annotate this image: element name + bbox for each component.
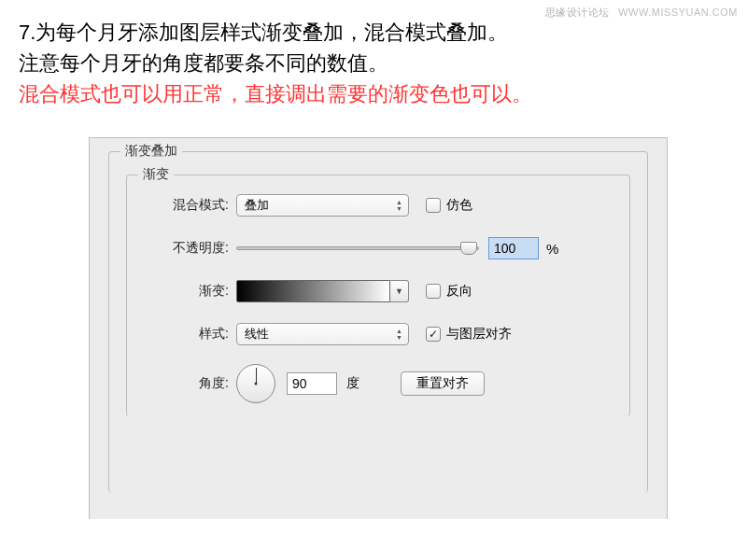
percent-label: % xyxy=(546,241,558,257)
reverse-label: 反向 xyxy=(446,283,472,300)
style-label: 样式: xyxy=(140,326,229,343)
row-gradient: 渐变: ▼ 反向 xyxy=(140,278,616,304)
opacity-label: 不透明度: xyxy=(140,240,229,257)
align-label: 与图层对齐 xyxy=(446,326,512,343)
row-blend-mode: 混合模式: 叠加 ▲▼ 仿色 xyxy=(140,192,616,218)
watermark-url: WWW.MISSYUAN.COM xyxy=(618,7,738,18)
dither-checkbox[interactable]: 仿色 xyxy=(426,197,472,214)
reverse-checkbox[interactable]: 反向 xyxy=(426,283,472,300)
group-title: 渐变 xyxy=(138,166,174,183)
style-value: 线性 xyxy=(245,326,269,343)
row-angle: 角度: 度 重置对齐 xyxy=(140,364,616,403)
watermark-cn: 思缘设计论坛 xyxy=(545,7,610,18)
opacity-slider[interactable] xyxy=(236,239,479,258)
dither-label: 仿色 xyxy=(446,197,472,214)
instruction-line-1: 7.为每个月牙添加图层样式渐变叠加，混合模式叠加。 xyxy=(19,17,728,48)
section-title: 渐变叠加 xyxy=(120,143,182,160)
checkbox-box xyxy=(426,284,441,299)
chevron-updown-icon: ▲▼ xyxy=(396,328,402,341)
chevron-down-icon: ▼ xyxy=(395,287,403,296)
section-gradient-overlay: 渐变叠加 渐变 混合模式: 叠加 ▲▼ 仿色 不透明度: xyxy=(108,151,648,493)
reset-align-button[interactable]: 重置对齐 xyxy=(401,371,485,396)
blend-mode-select[interactable]: 叠加 ▲▼ xyxy=(236,194,409,217)
instruction-line-3: 混合模式也可以用正常，直接调出需要的渐变色也可以。 xyxy=(19,78,728,109)
slider-thumb[interactable] xyxy=(460,242,477,255)
angle-dial[interactable] xyxy=(236,364,275,403)
angle-label: 角度: xyxy=(140,375,229,392)
instruction-line-2: 注意每个月牙的角度都要条不同的数值。 xyxy=(19,48,728,78)
checkbox-box xyxy=(426,198,441,213)
gradient-preview[interactable] xyxy=(236,280,390,302)
gradient-label: 渐变: xyxy=(140,283,229,300)
row-style: 样式: 线性 ▲▼ ✓ 与图层对齐 xyxy=(140,321,616,347)
checkbox-box-checked: ✓ xyxy=(426,327,441,342)
gradient-overlay-dialog: 渐变叠加 渐变 混合模式: 叠加 ▲▼ 仿色 不透明度: xyxy=(89,137,668,519)
blend-mode-label: 混合模式: xyxy=(140,197,229,214)
align-layer-checkbox[interactable]: ✓ 与图层对齐 xyxy=(426,326,512,343)
slider-track xyxy=(236,246,479,250)
chevron-updown-icon: ▲▼ xyxy=(396,199,402,212)
angle-unit: 度 xyxy=(346,375,359,392)
angle-input[interactable] xyxy=(287,372,337,395)
row-opacity: 不透明度: % xyxy=(140,235,616,261)
style-select[interactable]: 线性 ▲▼ xyxy=(236,323,409,345)
blend-mode-value: 叠加 xyxy=(245,197,269,214)
gradient-dropdown-button[interactable]: ▼ xyxy=(390,280,409,302)
group-gradient: 渐变 混合模式: 叠加 ▲▼ 仿色 不透明度: % xyxy=(126,175,630,416)
watermark: 思缘设计论坛 WWW.MISSYUAN.COM xyxy=(545,6,738,20)
opacity-input[interactable] xyxy=(488,237,539,259)
